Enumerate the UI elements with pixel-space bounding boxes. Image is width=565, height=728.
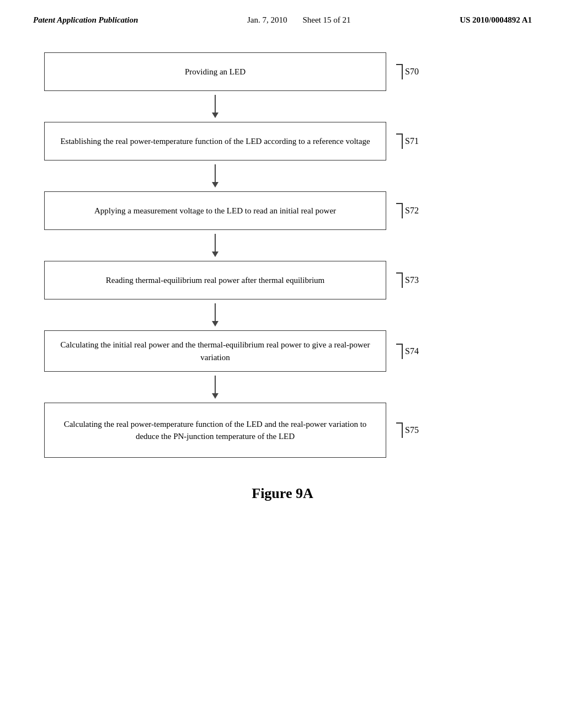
step-box-s72: Applying a measurement voltage to the LE… bbox=[44, 191, 386, 230]
connector-line-1 bbox=[215, 95, 216, 113]
flowchart-inner: Providing an LED S70 Establishing the re… bbox=[44, 52, 532, 458]
step-text-s70: Providing an LED bbox=[185, 66, 246, 78]
connector-line-2 bbox=[215, 164, 216, 182]
step-box-s73: Reading thermal-equilibrium real power a… bbox=[44, 261, 386, 299]
connector-3 bbox=[44, 230, 386, 261]
connector-line-4 bbox=[215, 303, 216, 321]
flowchart: Providing an LED S70 Establishing the re… bbox=[0, 30, 565, 474]
figure-caption-text: Figure 9A bbox=[252, 485, 313, 501]
bracket-s70: S70 bbox=[396, 64, 419, 79]
step-text-s72: Applying a measurement voltage to the LE… bbox=[94, 205, 336, 217]
publication-label: Patent Application Publication bbox=[33, 15, 138, 25]
step-text-s75: Calculating the real power-temperature f… bbox=[56, 418, 375, 443]
step-row-s75: Calculating the real power-temperature f… bbox=[44, 403, 532, 458]
step-box-s70: Providing an LED bbox=[44, 52, 386, 91]
connector-line-5 bbox=[215, 376, 216, 393]
step-text-s74: Calculating the initial real power and t… bbox=[56, 339, 375, 363]
step-box-s75: Calculating the real power-temperature f… bbox=[44, 403, 386, 458]
step-row-s71: Establishing the real power-temperature … bbox=[44, 122, 532, 160]
connector-arrow-3 bbox=[212, 251, 218, 257]
step-label-s75: S75 bbox=[405, 425, 419, 435]
step-text-s73: Reading thermal-equilibrium real power a… bbox=[106, 274, 325, 287]
connector-5 bbox=[44, 372, 386, 403]
step-row-s73: Reading thermal-equilibrium real power a… bbox=[44, 261, 532, 299]
connector-1 bbox=[44, 91, 386, 122]
step-label-s71: S71 bbox=[405, 136, 419, 146]
sheet-info: Sheet 15 of 21 bbox=[302, 15, 350, 25]
step-box-s74: Calculating the initial real power and t… bbox=[44, 330, 386, 372]
bracket-s75: S75 bbox=[396, 422, 419, 438]
step-text-s71: Establishing the real power-temperature … bbox=[60, 135, 370, 148]
connector-arrow-4 bbox=[212, 321, 218, 326]
bracket-s74: S74 bbox=[396, 344, 419, 359]
publication-date: Jan. 7, 2010 bbox=[247, 15, 287, 25]
patent-number: US 2010/0004892 A1 bbox=[460, 15, 532, 25]
connector-2 bbox=[44, 160, 386, 191]
step-box-s71: Establishing the real power-temperature … bbox=[44, 122, 386, 160]
step-label-s70: S70 bbox=[405, 67, 419, 77]
connector-4 bbox=[44, 299, 386, 330]
connector-arrow-1 bbox=[212, 113, 218, 118]
connector-arrow-2 bbox=[212, 182, 218, 188]
bracket-s73: S73 bbox=[396, 272, 419, 288]
step-row-s70: Providing an LED S70 bbox=[44, 52, 532, 91]
bracket-s71: S71 bbox=[396, 133, 419, 149]
step-row-s72: Applying a measurement voltage to the LE… bbox=[44, 191, 532, 230]
connector-arrow-5 bbox=[212, 393, 218, 399]
header-middle: Jan. 7, 2010 Sheet 15 of 21 bbox=[247, 15, 351, 25]
bracket-s72: S72 bbox=[396, 203, 419, 218]
step-label-s74: S74 bbox=[405, 346, 419, 356]
connector-line-3 bbox=[215, 234, 216, 251]
figure-caption: Figure 9A bbox=[0, 485, 565, 524]
step-label-s72: S72 bbox=[405, 206, 419, 216]
step-row-s74: Calculating the initial real power and t… bbox=[44, 330, 532, 372]
step-label-s73: S73 bbox=[405, 275, 419, 285]
page: Patent Application Publication Jan. 7, 2… bbox=[0, 0, 565, 728]
page-header: Patent Application Publication Jan. 7, 2… bbox=[0, 0, 565, 30]
